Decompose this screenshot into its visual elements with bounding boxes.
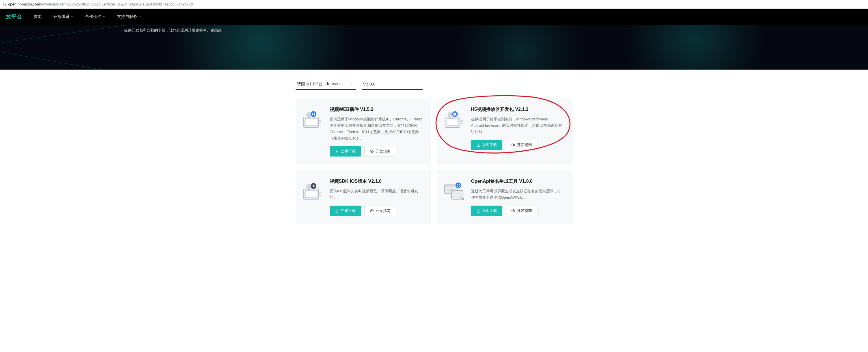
version-select-value: V3.0.0 (363, 82, 376, 86)
card-buttons: 立即下载 开发指南 (471, 206, 563, 216)
svg-rect-18 (454, 113, 455, 114)
svg-rect-13 (447, 119, 458, 126)
product-icon (443, 111, 466, 130)
filter-bar: 智能应用平台（Infovisi... V3.0.0 (296, 78, 573, 90)
chevron-down-icon (102, 15, 105, 18)
hero-subtitle: 提供开发包和文档的下载，让您的应用开发更简单、更高效 (124, 28, 222, 33)
svg-rect-37 (457, 186, 458, 187)
eye-icon (370, 209, 374, 213)
download-button-label: 立即下载 (341, 149, 355, 154)
card-desc: 通过此工具可以屏蔽生成安全认证签名的复杂逻辑，方便生成签名以测试OpenAPI接… (471, 188, 563, 201)
svg-rect-24 (305, 190, 317, 198)
svg-point-29 (371, 210, 372, 211)
download-button[interactable]: 立即下载 (471, 206, 502, 216)
svg-rect-14 (460, 120, 462, 124)
download-button-label: 立即下载 (341, 208, 355, 213)
svg-rect-38 (459, 186, 460, 187)
svg-rect-3 (319, 120, 321, 124)
lock-icon (2, 2, 6, 6)
chevron-down-icon (138, 15, 141, 18)
product-icon (302, 182, 324, 202)
svg-rect-0 (3, 4, 5, 6)
download-card: </> OpenApi签名生成工具 V1.0.0通过此工具可以屏蔽生成安全认证签… (437, 170, 573, 224)
download-card: 视频WEB插件 V1.5.2提供适用于Windows桌面操作系统IE、Chrom… (296, 98, 431, 165)
card-desc: 提供iOS版本的实时视频预览、录像回放、语音对讲功能。 (330, 188, 422, 201)
eye-icon (511, 143, 515, 147)
download-button-label: 立即下载 (482, 142, 497, 148)
eye-icon (370, 149, 374, 153)
download-card: 视频SDK iOS版本 V2.1.0提供iOS版本的实时视频预览、录像回放、语音… (296, 170, 431, 224)
logo[interactable]: 放平台 (6, 13, 22, 20)
guide-button[interactable]: 开发指南 (364, 146, 396, 156)
svg-rect-33 (452, 190, 463, 199)
download-button-label: 立即下载 (482, 208, 497, 213)
address-bar[interactable]: open.hikvision.com/download/5c67f20bb254… (0, 0, 868, 9)
chevron-down-icon (417, 82, 420, 86)
svg-point-22 (513, 145, 514, 146)
download-button[interactable]: 立即下载 (330, 146, 361, 156)
card-buttons: 立即下载 开发指南 (330, 206, 422, 216)
card-buttons: 立即下载 开发指南 (471, 140, 563, 150)
platform-select[interactable]: 智能应用平台（Infovisi... (296, 78, 356, 90)
card-title: 视频SDK iOS版本 V2.1.0 (330, 178, 422, 184)
download-grid: 视频WEB插件 V1.5.2提供适用于Windows桌面操作系统IE、Chrom… (296, 98, 573, 224)
product-icon: </> (443, 182, 466, 202)
main-content: 智能应用平台（Infovisi... V3.0.0 视频WEB插件 V1.5.2… (0, 69, 868, 241)
svg-point-11 (371, 151, 372, 152)
svg-rect-27 (307, 188, 311, 190)
svg-point-39 (513, 210, 514, 211)
platform-select-value: 智能应用平台（Infovisi... (297, 81, 344, 87)
svg-rect-20 (454, 114, 455, 116)
nav-item-3[interactable]: 支持与服务 (117, 14, 141, 19)
guide-button[interactable]: 开发指南 (506, 206, 537, 216)
url-text: open.hikvision.com/download/5c67f20bb254… (8, 2, 193, 6)
svg-point-34 (456, 182, 461, 188)
download-icon (335, 209, 339, 213)
svg-rect-5 (307, 116, 311, 119)
hero-banner: 提供开发包和文档的下载，让您的应用开发更简单、更高效 (0, 25, 868, 69)
svg-rect-9 (312, 114, 313, 116)
svg-rect-7 (312, 113, 313, 114)
svg-rect-16 (448, 116, 453, 119)
chevron-down-icon (71, 15, 73, 18)
svg-rect-31 (444, 184, 457, 186)
guide-button-label: 开发指南 (376, 149, 391, 154)
nav-item-label: 支持与服务 (117, 14, 137, 19)
download-icon (476, 209, 480, 213)
nav-item-label: 首页 (34, 14, 42, 19)
card-desc: 提供适用于跨平台浏览器（windows chrome80+、Android br… (471, 116, 563, 135)
chevron-down-icon (350, 82, 354, 86)
product-icon (302, 111, 324, 130)
guide-button-label: 开发指南 (376, 208, 391, 213)
svg-rect-36 (459, 184, 460, 185)
download-icon (476, 143, 480, 147)
svg-rect-10 (314, 114, 315, 116)
guide-button-label: 开发指南 (517, 208, 532, 213)
nav-item-2[interactable]: 合作伙伴 (85, 14, 105, 19)
eye-icon (511, 209, 515, 213)
card-title: 视频WEB插件 V1.5.2 (330, 107, 422, 113)
guide-button-label: 开发指南 (517, 142, 532, 148)
version-select[interactable]: V3.0.0 (362, 78, 423, 90)
download-button[interactable]: 立即下载 (471, 140, 502, 150)
svg-rect-19 (455, 113, 456, 114)
nav-item-label: 合作伙伴 (85, 14, 101, 19)
card-buttons: 立即下载 开发指南 (330, 146, 422, 156)
nav-item-1[interactable]: 开放体系 (53, 14, 73, 19)
card-title: H5视频播放器开发包 V2.1.2 (471, 107, 563, 113)
svg-rect-35 (457, 184, 458, 185)
nav-item-label: 开放体系 (53, 14, 69, 19)
top-nav: 放平台 首页开放体系合作伙伴支持与服务 (0, 9, 868, 25)
download-button[interactable]: 立即下载 (330, 206, 361, 216)
nav-item-0[interactable]: 首页 (34, 14, 42, 19)
card-desc: 提供适用于Windows桌面操作系统IE、Chrome、Firefox浏览器的实… (330, 116, 422, 142)
svg-rect-25 (319, 192, 321, 196)
svg-point-17 (452, 111, 458, 117)
download-icon (335, 149, 339, 153)
svg-point-6 (311, 111, 316, 117)
guide-button[interactable]: 开发指南 (364, 206, 396, 216)
card-title: OpenApi签名生成工具 V1.0.0 (471, 178, 563, 184)
guide-button[interactable]: 开发指南 (506, 140, 537, 150)
svg-rect-21 (455, 114, 456, 116)
svg-rect-8 (314, 113, 315, 114)
